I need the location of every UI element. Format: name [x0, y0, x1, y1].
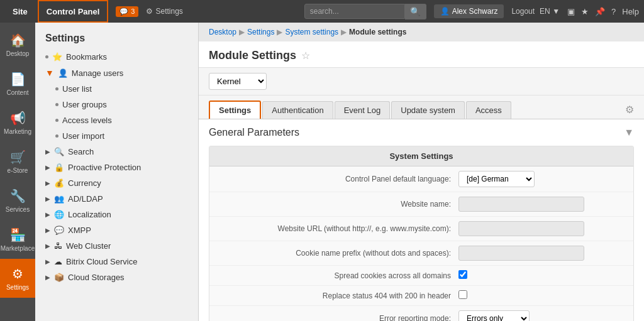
tabs-bar: Settings Authentication Event Log Update…: [199, 95, 644, 119]
dot-icon: [55, 87, 58, 90]
control-panel-button[interactable]: Control Panel: [38, 0, 109, 23]
help-label[interactable]: Help: [622, 7, 639, 16]
sidebar-label-access-levels: Access levels: [62, 116, 112, 125]
cookie-prefix-input[interactable]: [458, 246, 584, 261]
sidenav: 🏠 Desktop 📄 Content 📢 Marketing 🛒 e-Stor…: [0, 23, 35, 321]
badge-count: 3: [131, 8, 135, 15]
language-control: [de] German: [458, 171, 623, 187]
star-icon[interactable]: ★: [581, 7, 589, 16]
collapse-arrow-icon: ▶: [45, 148, 50, 155]
settings-panel: General Parameters ▼ System Settings Con…: [199, 119, 644, 321]
user-menu[interactable]: 👤 Alex Schwarz: [434, 4, 504, 18]
breadcrumb-system-settings[interactable]: System settings: [285, 28, 338, 36]
help-icon[interactable]: ?: [611, 7, 616, 16]
settings-link[interactable]: ⚙ Settings: [146, 7, 182, 16]
form-row-cookie-prefix: Cookie name prefix (without dots and spa…: [209, 241, 633, 266]
messages-badge[interactable]: 💬 3: [116, 6, 138, 17]
sidebar-title: Settings: [35, 28, 198, 49]
sidebar-item-xmpp[interactable]: ▶ 💬 XMPP: [35, 222, 198, 238]
language-selector[interactable]: EN ▼: [540, 7, 560, 16]
breadcrumb-desktop[interactable]: Desktop: [209, 28, 236, 36]
sidebar-item-cloud-storages[interactable]: ▶ 📦 Cloud Storages: [35, 269, 198, 285]
breadcrumb-settings[interactable]: Settings: [247, 28, 274, 36]
sidebar-item-user-groups[interactable]: User groups: [35, 97, 198, 112]
sidebar-item-bitrix-cloud[interactable]: ▶ ☁ Bitrix Cloud Service: [35, 254, 198, 269]
search-input[interactable]: [304, 4, 405, 19]
sidebar-item-access-levels[interactable]: Access levels: [35, 112, 198, 128]
user-icon: 👤: [440, 7, 450, 16]
favorite-star-icon[interactable]: ☆: [301, 50, 310, 62]
module-area: Module Settings ☆ Kernel Settings Authen…: [199, 41, 644, 321]
sidebar-item-user-import[interactable]: User import: [35, 128, 198, 144]
tab-update-system[interactable]: Update system: [391, 101, 465, 119]
desktop-icon: 🏠: [10, 33, 26, 48]
layout-icon[interactable]: ▣: [567, 7, 575, 16]
collapse-arrow-icon: ▶: [45, 242, 50, 249]
tab-event-log[interactable]: Event Log: [335, 101, 391, 119]
website-name-label: Website name:: [219, 200, 458, 209]
topbar: Site Control Panel 💬 3 ⚙ Settings 🔍 👤 Al…: [0, 0, 644, 23]
sidenav-item-estore[interactable]: 🛒 e-Store: [0, 142, 35, 181]
sidebar-item-web-cluster[interactable]: ▶ 🖧 Web Cluster: [35, 238, 198, 254]
logout-button[interactable]: Logout: [511, 7, 535, 16]
cookie-prefix-control: [458, 246, 623, 261]
sidebar-item-search[interactable]: ▶ 🔍 Search: [35, 144, 198, 160]
sidebar-label-bitrix-cloud: Bitrix Cloud Service: [66, 257, 137, 266]
kernel-select[interactable]: Kernel: [209, 73, 267, 90]
spread-cookies-checkbox[interactable]: [458, 270, 467, 279]
form-row-spread-cookies: Spread cookies across all domains: [209, 266, 633, 286]
sidebar: Settings ⭐ Bookmarks ▼ 👤 Manage users Us…: [35, 23, 199, 321]
form-row-language: Control Panel default language: [de] Ger…: [209, 166, 633, 192]
search-bar: 🔍: [304, 4, 426, 19]
sidebar-item-manage-users[interactable]: ▼ 👤 Manage users: [35, 65, 198, 81]
module-header: Module Settings ☆: [199, 41, 644, 68]
manage-users-icon: 👤: [58, 68, 68, 78]
website-url-control: [458, 221, 623, 236]
sidenav-item-marketing[interactable]: 📢 Marketing: [0, 103, 35, 142]
sidenav-item-marketplace[interactable]: 🏪 Marketplace: [0, 220, 35, 259]
collapse-icon[interactable]: ▼: [624, 127, 634, 138]
breadcrumb-sep3: ▶: [341, 28, 347, 36]
dot-icon: [45, 55, 48, 58]
sidenav-item-services[interactable]: 🔧 Services: [0, 181, 35, 220]
sidenav-label-settings: Settings: [6, 284, 29, 291]
collapse-arrow-icon: ▶: [45, 274, 50, 281]
collapse-arrow-icon: ▶: [45, 180, 50, 187]
sidenav-item-desktop[interactable]: 🏠 Desktop: [0, 25, 35, 64]
sidenav-label-marketing: Marketing: [4, 128, 31, 135]
marketplace-icon: 🏪: [10, 227, 26, 242]
breadcrumb: Desktop ▶ Settings ▶ System settings ▶ M…: [199, 23, 644, 41]
sidebar-label-xmpp: XMPP: [68, 226, 91, 235]
sidebar-item-ad-ldap[interactable]: ▶ 👥 AD/LDAP: [35, 191, 198, 207]
sidebar-item-user-list[interactable]: User list: [35, 81, 198, 97]
replace-404-checkbox[interactable]: [458, 290, 467, 299]
sidebar-item-proactive-protection[interactable]: ▶ 🔒 Proactive Protection: [35, 160, 198, 175]
form-row-website-name: Website name:: [209, 192, 633, 217]
sidenav-item-content[interactable]: 📄 Content: [0, 64, 35, 103]
search-button[interactable]: 🔍: [405, 4, 426, 19]
storage-icon: 📦: [54, 273, 64, 282]
website-url-input[interactable]: [458, 221, 584, 236]
sidebar-item-currency[interactable]: ▶ 💰 Currency: [35, 175, 198, 191]
language-select[interactable]: [de] German: [458, 171, 535, 187]
tab-settings[interactable]: Settings: [209, 101, 261, 119]
error-reporting-control: Errors only: [458, 310, 623, 321]
pin-icon[interactable]: 📌: [595, 7, 605, 16]
tab-access[interactable]: Access: [466, 101, 511, 119]
dot-icon: [55, 119, 58, 122]
sidenav-item-settings[interactable]: ⚙ Settings: [0, 259, 35, 298]
site-button[interactable]: Site: [5, 0, 35, 23]
sidebar-item-bookmarks[interactable]: ⭐ Bookmarks: [35, 49, 198, 65]
sidebar-item-localization[interactable]: ▶ 🌐 Localization: [35, 207, 198, 222]
tab-authentication[interactable]: Authentication: [262, 101, 333, 119]
sidenav-label-marketplace: Marketplace: [1, 245, 35, 252]
error-reporting-select[interactable]: Errors only: [458, 310, 530, 321]
website-name-input[interactable]: [458, 197, 584, 212]
kernel-row: Kernel: [199, 68, 644, 95]
sidebar-label-user-import: User import: [62, 131, 104, 141]
currency-icon: 💰: [54, 178, 64, 188]
sidenav-label-estore: e-Store: [8, 167, 28, 174]
sidebar-label-proactive-protection: Proactive Protection: [68, 163, 141, 172]
collapse-arrow-icon: ▶: [45, 211, 50, 218]
sidebar-label-user-groups: User groups: [62, 100, 107, 109]
